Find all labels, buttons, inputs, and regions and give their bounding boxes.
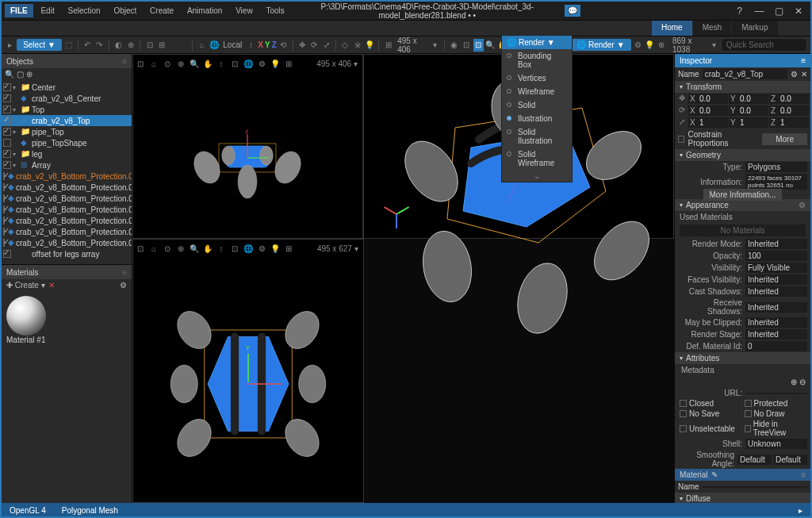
gear-icon[interactable]: ⚙ bbox=[120, 281, 127, 290]
globe-icon[interactable]: 🌐 bbox=[209, 39, 219, 52]
menu-create[interactable]: Create bbox=[144, 4, 179, 17]
menu-tools[interactable]: Tools bbox=[260, 4, 289, 17]
tree-item[interactable]: ◆crab_v2_v8_Bottom_Protection.001 bbox=[2, 204, 132, 215]
grid-icon[interactable]: ⊞ bbox=[383, 39, 393, 52]
vp-icon[interactable]: ⊕ bbox=[175, 58, 186, 69]
panel-menu-icon[interactable]: ≡ bbox=[801, 56, 806, 65]
rot-x[interactable]: X0.0 bbox=[688, 106, 728, 116]
visibility-checkbox[interactable] bbox=[3, 217, 5, 224]
visibility-checkbox[interactable] bbox=[3, 94, 11, 102]
home-icon[interactable]: ⌂ bbox=[148, 58, 159, 69]
render-mode-option[interactable]: Wireframe bbox=[502, 85, 572, 98]
gear-icon[interactable]: ⚙ bbox=[633, 39, 643, 52]
create-material-button[interactable]: ✚ Create ▾ bbox=[6, 281, 45, 290]
vp-icon[interactable]: ⊙ bbox=[162, 58, 173, 69]
light-icon[interactable]: 💡 bbox=[270, 58, 281, 69]
tree-item[interactable]: ◆crab_v2_v8_Bottom_Protection.001 bbox=[2, 226, 132, 237]
gear-icon[interactable]: ⚙ bbox=[256, 58, 267, 69]
toolbar-icon[interactable]: ◉ bbox=[449, 39, 459, 52]
defmat-field[interactable]: 0 bbox=[745, 341, 807, 351]
vp-icon[interactable]: 🌐 bbox=[243, 243, 254, 254]
constrain-checkbox[interactable] bbox=[678, 136, 684, 143]
remove-icon[interactable]: ⊖ bbox=[799, 378, 806, 386]
render-mode-option[interactable]: Solid bbox=[502, 98, 572, 112]
render-button[interactable]: 🌐 Render ▼ bbox=[570, 39, 631, 51]
render-dropdown-button[interactable]: 🌐 Render ▼ bbox=[502, 36, 572, 49]
visibility-checkbox[interactable] bbox=[3, 161, 11, 169]
move-icon[interactable]: ✥ bbox=[297, 39, 308, 52]
vp-icon[interactable]: ↕ bbox=[216, 58, 227, 69]
tree-item[interactable]: ▾⊞Array bbox=[2, 159, 132, 171]
tree-item[interactable]: ◆crab_v2_v8_Bottom_Protection.001 bbox=[2, 182, 132, 193]
rot-y[interactable]: Y0.0 bbox=[729, 106, 768, 116]
tree-item[interactable]: ◆pipe_TopShape bbox=[2, 137, 132, 148]
menu-file[interactable]: FILE bbox=[5, 4, 33, 17]
tree-item[interactable]: ▾📁Top bbox=[2, 104, 132, 115]
url-field[interactable] bbox=[745, 393, 807, 394]
vp-icon[interactable]: ⊡ bbox=[135, 243, 146, 254]
scale-z[interactable]: Z1 bbox=[769, 117, 809, 128]
tree-item[interactable]: ◆crab_v2_v8_Bottom_Protection.001 bbox=[2, 193, 132, 204]
visibility-checkbox[interactable] bbox=[3, 106, 11, 113]
smoothing-field[interactable]: Default bbox=[737, 455, 772, 465]
scale-icon[interactable]: ⤢ bbox=[676, 117, 688, 128]
hand-icon[interactable]: ✋ bbox=[202, 58, 213, 69]
geometry-section[interactable]: ▾Geometry bbox=[675, 149, 810, 161]
local-label[interactable]: Local bbox=[220, 40, 244, 49]
light-icon[interactable]: 💡 bbox=[270, 243, 281, 254]
cursor-icon[interactable]: ▸ bbox=[5, 39, 15, 52]
axis-z-icon[interactable]: Z bbox=[272, 40, 277, 49]
visibility-checkbox[interactable] bbox=[3, 228, 5, 236]
outliner-icon[interactable]: ⊕ bbox=[26, 70, 33, 79]
hideintree-checkbox[interactable] bbox=[745, 425, 751, 432]
rot-z[interactable]: Z0.0 bbox=[769, 106, 809, 116]
panel-menu-icon[interactable]: ≡ bbox=[122, 268, 127, 277]
tree-item[interactable]: ▾📁pipe_Top bbox=[2, 126, 132, 137]
help-icon[interactable]: ? bbox=[731, 6, 749, 17]
material-preview[interactable] bbox=[6, 296, 46, 336]
tree-item[interactable]: ▾📁Center bbox=[2, 82, 132, 93]
castshadows-field[interactable]: Inherited bbox=[745, 286, 807, 297]
axis-x-icon[interactable]: X bbox=[258, 40, 263, 49]
name-field[interactable]: crab_v2_v8_Top bbox=[703, 69, 787, 79]
shell-field[interactable]: Unknown bbox=[745, 439, 807, 449]
scale-y[interactable]: Y1 bbox=[729, 117, 768, 128]
vp-icon[interactable]: ⊡ bbox=[135, 58, 146, 69]
tree-item[interactable]: ◆crab_v2_v8_Bottom_Protection.001 bbox=[2, 171, 132, 182]
diffuse-section[interactable]: ▾Diffuse bbox=[675, 493, 810, 503]
menu-animation[interactable]: Animation bbox=[182, 4, 228, 17]
add-icon[interactable]: ⊕ bbox=[791, 378, 797, 386]
search-input[interactable]: Quick Search bbox=[721, 38, 807, 52]
pos-x[interactable]: X0.0 bbox=[688, 94, 728, 104]
nosave-checkbox[interactable] bbox=[680, 410, 687, 417]
panel-menu-icon[interactable]: ≡ bbox=[122, 57, 127, 66]
render-mode-option[interactable]: Vertices bbox=[502, 71, 572, 85]
pos-z[interactable]: Z0.0 bbox=[769, 94, 809, 104]
hand-icon[interactable]: ✋ bbox=[202, 243, 213, 254]
toolbar-icon[interactable]: ⊡ bbox=[461, 39, 471, 52]
smoothing-field-2[interactable]: Default bbox=[773, 455, 807, 465]
delete-material-icon[interactable]: ✕ bbox=[48, 281, 55, 290]
visibility-checkbox[interactable] bbox=[3, 172, 5, 180]
visibility-checkbox[interactable] bbox=[3, 117, 11, 125]
toolbar-icon[interactable]: ◇ bbox=[340, 39, 350, 52]
vp-icon[interactable]: 🌐 bbox=[243, 58, 254, 69]
visibility-field[interactable]: Fully Visible bbox=[745, 263, 807, 273]
dropdown-more-icon[interactable]: ⌄ bbox=[502, 170, 572, 182]
axis-gizmo[interactable] bbox=[380, 198, 412, 230]
rotate-icon[interactable]: ⟳ bbox=[309, 39, 320, 52]
visibility-checkbox[interactable] bbox=[3, 150, 11, 158]
tree-item[interactable]: ◆crab_v2_v8_Bottom_Protection.001 bbox=[2, 237, 132, 248]
select-button[interactable]: Select ▼ bbox=[17, 39, 62, 51]
mat-name-field[interactable] bbox=[703, 486, 807, 488]
transform-section[interactable]: ▾Transform bbox=[675, 81, 810, 93]
toolbar-icon[interactable]: ⊡ bbox=[473, 39, 484, 52]
more-info-button[interactable]: More Information... bbox=[703, 189, 783, 201]
undo-icon[interactable]: ↶ bbox=[82, 39, 93, 52]
menu-selection[interactable]: Selection bbox=[62, 4, 105, 17]
grid-icon[interactable]: ⊞ bbox=[283, 58, 294, 69]
render-mode-option[interactable]: Solid Ilustration bbox=[502, 125, 572, 148]
gear-icon[interactable]: ⚙ bbox=[791, 70, 798, 79]
toolbar-icon[interactable]: ⊡ bbox=[144, 39, 155, 52]
feedback-icon[interactable]: 💬 bbox=[565, 5, 580, 17]
